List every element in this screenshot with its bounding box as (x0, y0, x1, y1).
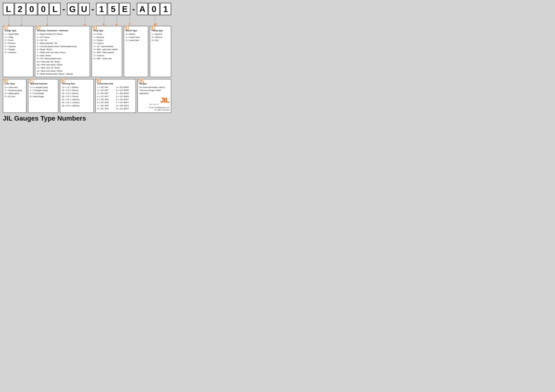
bottom-info-grid: 6. Lens Type G = Glass lens T = Tempered… (3, 79, 171, 113)
section-9-col1: 1 = 1/8" NPT 2 = 1/4" NPT 3 = 3/8" NPT 4… (97, 86, 115, 110)
char-10: E (119, 3, 131, 15)
char-1: L (3, 3, 14, 15)
section-8-items: 15 = 1.5" (~40mm) 20 = 2.0" (~50mm) 25 =… (62, 86, 92, 107)
dash-1: - (61, 3, 66, 15)
section-8-box: 8. Housing Size 15 = 1.5" (~40mm) 20 = 2… (60, 79, 94, 113)
section-4-box: 4. Mount Type 0 = Bottom 1 = Center back… (124, 26, 148, 77)
footer-section: JIL Gauges Type Numbers (3, 115, 171, 122)
section-7-items: U = U-shaped clamp V = V-shaped clamp F … (30, 86, 57, 98)
section-10-title: Ranges (139, 82, 169, 85)
section-9-box: 9. Connection Size 1 = 1/8" NPT 2 = 1/4"… (95, 79, 136, 113)
footer-title: JIL Gauges Type Numbers (3, 115, 86, 122)
dash-3: - (131, 3, 136, 15)
svg-text:4: 4 (84, 23, 85, 26)
connector-lines: 1 2 3 4 5 6 7 10 (3, 15, 171, 26)
char-4: 0 (38, 3, 49, 15)
char-2: 2 (15, 3, 26, 15)
section-3-title: Ring Type (94, 29, 120, 32)
svg-text:5: 5 (103, 23, 105, 26)
section-5-num: 5. (151, 26, 155, 29)
section-1-box: 1. Gauge Type L = Liquid Filled U = Util… (3, 26, 33, 77)
contact-tel: Tel: +886-5-233-5069 (139, 109, 169, 111)
section-6-title: Lens Type (5, 82, 24, 85)
svg-text:2: 2 (21, 23, 22, 26)
section-5-box: 5. Filling Type L = Glycerin S = Silicon… (150, 26, 171, 77)
char-11: A (137, 3, 148, 15)
header-section: L 2 0 0 L - G U - 1 5 E - A 0 1 (3, 3, 171, 26)
section-7-num: 7. (29, 79, 33, 83)
char-7: U (79, 3, 90, 15)
section-10-box: 10. Ranges For more information, refer t… (138, 79, 171, 113)
connector-svg: 1 2 3 4 5 6 7 10 (3, 15, 171, 26)
section-6-box: 6. Lens Type G = Glass lens T = Tempered… (3, 79, 26, 113)
section-5-items: L = Glycerin S = Silicone D = Dry (152, 33, 169, 42)
char-13: 1 (160, 3, 171, 15)
char-9: 5 (108, 3, 119, 15)
section-1-items: L = Liquid Filled U = Utility F = Freon … (5, 33, 31, 54)
section-4-num: 4. (125, 26, 129, 29)
svg-text:7: 7 (128, 23, 130, 26)
section-3-box: 3. Ring Type 0 = Crimp 1 = Bayonet 2 = F… (92, 26, 122, 77)
char-3: 0 (26, 3, 37, 15)
svg-text:3: 3 (46, 23, 48, 26)
section-4-title: Mount Type (126, 29, 146, 32)
char-8: 1 (96, 3, 107, 15)
section-8-title: Housing Size (62, 82, 92, 85)
section-7-title: Optional Features (30, 82, 57, 85)
section-7-box: 7. Optional Features U = U-shaped clamp … (28, 79, 58, 113)
section-10-text: For more information, refer to "Pressure… (139, 86, 169, 95)
section-9-num: 9. (97, 79, 101, 83)
top-info-grid: 1. Gauge Type L = Liquid Filled U = Util… (3, 26, 171, 77)
section-1-num: 1. (4, 26, 8, 29)
section-2-box: 2. Housing / Connector + Internals 1 = B… (35, 26, 90, 77)
section-2-items: 1 = Black finished SS / Brass 2 = SS / B… (37, 33, 88, 76)
svg-text:10: 10 (153, 23, 157, 26)
section-9-cols: 1 = 1/8" NPT 2 = 1/4" NPT 3 = 3/8" NPT 4… (97, 86, 134, 110)
contact-email: E-mail: sales@jilgauges.com (139, 106, 169, 109)
char-5: L (49, 3, 61, 15)
section-6-num: 6. (4, 79, 8, 83)
section-3-items: 0 = Crimp 1 = Bayonet 2 = Friction 3 = S… (94, 33, 120, 60)
section-2-title: Housing / Connector + Internals (37, 29, 88, 32)
dash-2: - (90, 3, 95, 15)
jil-logo: JIL gauges E-mail: sales@jilgauges.com T… (139, 97, 169, 111)
section-2-num: 2. (36, 26, 40, 29)
logo-letters: JIL (139, 97, 169, 104)
svg-text:1: 1 (8, 23, 10, 26)
code-display: L 2 0 0 L - G U - 1 5 E - A 0 1 (3, 3, 171, 15)
section-4-items: 0 = Bottom 1 = Center back 2 = Lower bac… (126, 33, 146, 42)
section-9-col2: A = 1/8" BSPP B = 1/4" BSPP C = 3/8" BSP… (116, 86, 134, 110)
char-6: G (67, 3, 78, 15)
svg-text:6: 6 (116, 23, 117, 26)
section-10-num: 10. (139, 79, 144, 83)
char-12: 0 (148, 3, 160, 15)
section-6-items: G = Glass lens T = Tempered glass S = Sa… (5, 86, 24, 98)
section-10-italic: "Pressure Ranges Table" (139, 89, 161, 92)
section-8-num: 8. (61, 79, 65, 83)
section-1-title: Gauge Type (5, 29, 31, 32)
section-5-title: Filling Type (152, 29, 169, 32)
section-9-title: Connection Size (97, 82, 134, 85)
section-3-num: 3. (93, 26, 97, 29)
